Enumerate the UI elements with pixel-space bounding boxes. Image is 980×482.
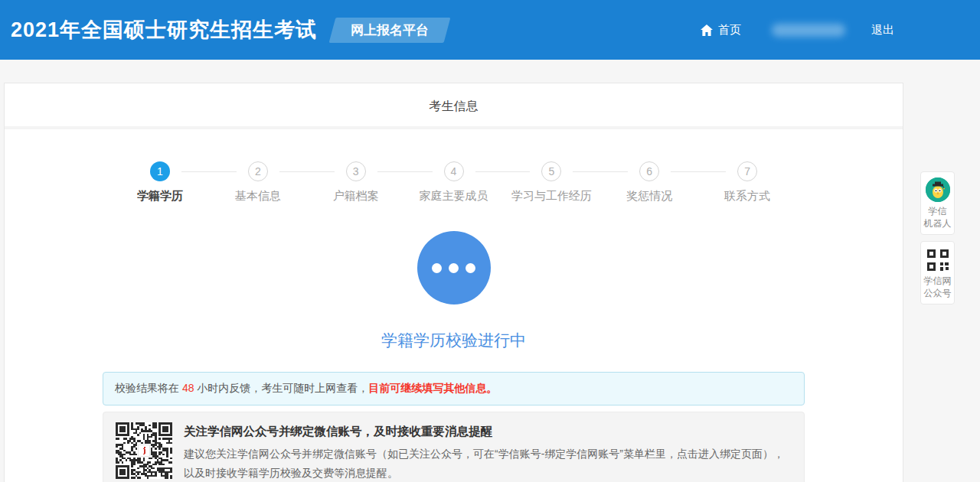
step-label: 家庭主要成员: [405, 189, 503, 204]
verification-status-text: 学籍学历校验进行中: [5, 330, 903, 351]
nav-home-link[interactable]: 首页: [701, 23, 741, 37]
logout-button[interactable]: 退出: [871, 23, 894, 37]
widget-robot-label: 学信 机器人: [923, 205, 952, 230]
side-widgets: 学信 机器人 学信网 公众号: [920, 171, 955, 311]
loading-dot: [432, 263, 442, 273]
step-number: 4: [444, 161, 464, 181]
candidate-info-panel: 考生信息 1 学籍学历 2 基本信息 3 户籍档案 4 家庭主要成员 5 学习与…: [4, 83, 903, 482]
verification-alert: 校验结果将在 48 小时内反馈，考生可随时上网查看，目前可继续填写其他信息。: [103, 372, 805, 405]
step-label: 奖惩情况: [600, 189, 698, 204]
step-number: 1: [150, 161, 170, 181]
alert-text-emphasis: 目前可继续填写其他信息。: [368, 382, 497, 394]
step-label: 基本信息: [209, 189, 307, 204]
step-number: 2: [248, 161, 268, 181]
verification-loading-indicator: [417, 231, 491, 305]
header-nav: 首页 退出: [701, 0, 894, 60]
step-huji-dangan[interactable]: 3 户籍档案: [307, 161, 405, 204]
step-jiangcheng[interactable]: 6 奖惩情况: [600, 161, 698, 204]
step-xueji-xueli[interactable]: 1 学籍学历: [111, 161, 209, 204]
step-number: 7: [737, 161, 757, 181]
step-jiben-xinxi[interactable]: 2 基本信息: [209, 161, 307, 204]
app-header: 2021年全国硕士研究生招生考试 网上报名平台 首页 退出: [0, 0, 980, 60]
robot-mascot-icon: [926, 177, 950, 202]
notice-texts: 关注学信网公众号并绑定微信账号，及时接收重要消息提醒 建议您关注学信网公众号并绑…: [184, 422, 792, 482]
widget-chsi-robot[interactable]: 学信 机器人: [920, 171, 955, 235]
notice-title: 关注学信网公众号并绑定微信账号，及时接收重要消息提醒: [184, 424, 792, 440]
loading-dot: [466, 263, 475, 273]
username-redacted: [772, 24, 845, 37]
step-xuexi-gongzuo[interactable]: 5 学习与工作经历: [502, 161, 600, 204]
loading-dot: [449, 263, 459, 273]
qr-code: [116, 422, 172, 479]
step-lianxi-fangshi[interactable]: 7 联系方式: [698, 161, 796, 204]
nav-home-label: 首页: [718, 23, 741, 37]
step-label: 户籍档案: [307, 189, 405, 204]
section-title: 考生信息: [5, 83, 903, 129]
step-number: 3: [346, 161, 366, 181]
alert-text-mid: 小时内反馈，考生可随时上网查看，: [194, 382, 368, 394]
step-number: 6: [639, 161, 659, 181]
step-jiating-chengyuan[interactable]: 4 家庭主要成员: [405, 161, 503, 204]
widget-wechat-label: 学信网 公众号: [923, 275, 952, 299]
home-icon: [701, 24, 713, 36]
widget-chsi-wechat[interactable]: 学信网 公众号: [920, 241, 955, 305]
wechat-notice: 关注学信网公众号并绑定微信账号，及时接收重要消息提醒 建议您关注学信网公众号并绑…: [103, 412, 805, 482]
step-label: 学籍学历: [111, 189, 209, 204]
platform-badge-label: 网上报名平台: [351, 21, 429, 39]
page-title: 2021年全国硕士研究生招生考试: [11, 16, 317, 44]
platform-badge: 网上报名平台: [329, 18, 451, 43]
step-number: 5: [541, 161, 561, 181]
step-label: 学习与工作经历: [502, 189, 600, 204]
stepper: 1 学籍学历 2 基本信息 3 户籍档案 4 家庭主要成员 5 学习与工作经历 …: [111, 161, 796, 204]
notice-body: 建议您关注学信网公众号并绑定微信账号（如已关注公众号，可在“学信账号-绑定学信网…: [184, 445, 792, 482]
alert-hours-value: 48: [182, 382, 194, 394]
step-label: 联系方式: [698, 189, 796, 204]
qr-code-icon: [926, 249, 949, 272]
alert-text-pre: 校验结果将在: [115, 382, 182, 394]
